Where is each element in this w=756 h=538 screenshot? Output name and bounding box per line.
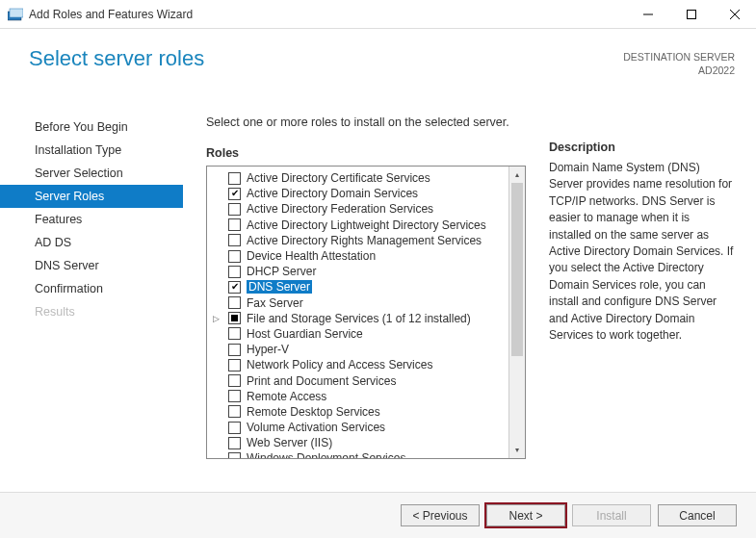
role-label: Remote Access bbox=[247, 390, 326, 403]
role-checkbox[interactable] bbox=[228, 374, 241, 387]
role-checkbox[interactable] bbox=[228, 359, 241, 371]
role-row[interactable]: Active Directory Federation Services bbox=[207, 201, 508, 217]
role-row[interactable]: ▷File and Storage Services (1 of 12 inst… bbox=[207, 311, 508, 326]
role-label: Print and Document Services bbox=[247, 374, 396, 388]
role-checkbox[interactable] bbox=[228, 390, 241, 402]
description-text: Domain Name System (DNS) Server provides… bbox=[549, 160, 735, 344]
role-row[interactable]: Active Directory Domain Services bbox=[207, 186, 508, 201]
role-label: Active Directory Federation Services bbox=[247, 202, 433, 216]
role-checkbox[interactable] bbox=[228, 327, 241, 340]
role-label: Remote Desktop Services bbox=[247, 405, 380, 419]
role-row[interactable]: Hyper-V bbox=[207, 342, 508, 357]
sidebar-step-before-you-begin[interactable]: Before You Begin bbox=[0, 115, 183, 139]
sidebar-step-results: Results bbox=[0, 300, 183, 323]
role-row[interactable]: Remote Desktop Services bbox=[207, 404, 508, 420]
role-row[interactable]: Network Policy and Access Services bbox=[207, 357, 508, 372]
role-row[interactable]: Host Guardian Service bbox=[207, 326, 508, 342]
role-row[interactable]: Print and Document Services bbox=[207, 372, 508, 388]
sidebar-step-server-selection[interactable]: Server Selection bbox=[0, 162, 183, 185]
role-label: Device Health Attestation bbox=[247, 249, 376, 263]
role-row[interactable]: Device Health Attestation bbox=[207, 248, 508, 264]
role-label: Network Policy and Access Services bbox=[247, 358, 432, 371]
maximize-button[interactable] bbox=[669, 0, 713, 28]
sidebar-step-confirmation[interactable]: Confirmation bbox=[0, 277, 183, 300]
role-checkbox[interactable] bbox=[228, 296, 241, 309]
role-row[interactable]: Active Directory Lightweight Directory S… bbox=[207, 218, 508, 233]
wizard-steps-sidebar: Before You BeginInstallation TypeServer … bbox=[0, 115, 183, 472]
role-row[interactable]: Windows Deployment Services bbox=[207, 450, 508, 458]
role-row[interactable]: Active Directory Certificate Services bbox=[207, 170, 508, 186]
role-label: Web Server (IIS) bbox=[247, 436, 332, 449]
next-button[interactable]: Next > bbox=[486, 504, 565, 526]
sidebar-step-ad-ds[interactable]: AD DS bbox=[0, 231, 183, 254]
scroll-thumb[interactable] bbox=[511, 183, 523, 356]
sidebar-step-features[interactable]: Features bbox=[0, 208, 183, 231]
destination-server-block: DESTINATION SERVER AD2022 bbox=[623, 50, 735, 77]
role-checkbox[interactable] bbox=[228, 437, 241, 449]
role-label: Active Directory Rights Management Servi… bbox=[247, 234, 482, 247]
role-label: Host Guardian Service bbox=[247, 327, 363, 341]
role-label: Windows Deployment Services bbox=[247, 451, 405, 458]
description-heading: Description bbox=[549, 141, 735, 154]
role-row[interactable]: Remote Access bbox=[207, 389, 508, 404]
window-title: Add Roles and Features Wizard bbox=[29, 8, 626, 21]
role-checkbox[interactable] bbox=[228, 188, 241, 200]
role-checkbox[interactable] bbox=[228, 405, 241, 418]
role-checkbox[interactable] bbox=[228, 281, 241, 294]
roles-scrollbar[interactable]: ▴ ▾ bbox=[508, 167, 525, 458]
title-bar: Add Roles and Features Wizard bbox=[0, 0, 756, 29]
role-checkbox[interactable] bbox=[228, 452, 241, 458]
role-checkbox[interactable] bbox=[228, 172, 241, 185]
role-checkbox[interactable] bbox=[228, 422, 241, 434]
sidebar-step-dns-server[interactable]: DNS Server bbox=[0, 254, 183, 277]
role-checkbox[interactable] bbox=[228, 344, 241, 356]
previous-button[interactable]: < Previous bbox=[401, 504, 480, 526]
minimize-button[interactable] bbox=[626, 0, 669, 28]
svg-rect-1 bbox=[10, 9, 23, 17]
app-icon bbox=[8, 8, 23, 21]
role-checkbox[interactable] bbox=[228, 218, 241, 231]
role-label: Active Directory Domain Services bbox=[247, 187, 418, 200]
role-label: Active Directory Lightweight Directory S… bbox=[247, 218, 486, 232]
instruction-text: Select one or more roles to install on t… bbox=[206, 115, 526, 129]
role-row[interactable]: Active Directory Rights Management Servi… bbox=[207, 233, 508, 248]
role-checkbox[interactable] bbox=[228, 234, 241, 246]
role-label: DHCP Server bbox=[247, 265, 316, 278]
destination-label: DESTINATION SERVER bbox=[623, 50, 735, 64]
role-label: Fax Server bbox=[247, 296, 303, 310]
scroll-up-button[interactable]: ▴ bbox=[509, 167, 525, 183]
role-row[interactable]: DNS Server bbox=[207, 279, 508, 295]
scroll-track[interactable] bbox=[509, 183, 525, 442]
roles-list: Active Directory Certificate ServicesAct… bbox=[207, 167, 508, 458]
roles-list-box: Active Directory Certificate ServicesAct… bbox=[206, 166, 526, 459]
install-button: Install bbox=[572, 504, 651, 526]
role-label: DNS Server bbox=[247, 280, 312, 294]
role-label: Active Directory Certificate Services bbox=[247, 171, 430, 185]
role-checkbox[interactable] bbox=[228, 312, 241, 324]
cancel-button[interactable]: Cancel bbox=[658, 504, 737, 526]
role-row[interactable]: DHCP Server bbox=[207, 264, 508, 279]
role-row[interactable]: Fax Server bbox=[207, 295, 508, 311]
role-checkbox[interactable] bbox=[228, 266, 241, 278]
role-row[interactable]: Web Server (IIS) bbox=[207, 435, 508, 450]
footer-bar: < Previous Next > Install Cancel bbox=[0, 492, 756, 538]
role-checkbox[interactable] bbox=[228, 203, 241, 216]
role-checkbox[interactable] bbox=[228, 250, 241, 263]
scroll-down-button[interactable]: ▾ bbox=[509, 442, 525, 458]
sidebar-step-server-roles[interactable]: Server Roles bbox=[0, 185, 183, 208]
destination-value: AD2022 bbox=[623, 64, 735, 77]
role-label: File and Storage Services (1 of 12 insta… bbox=[247, 312, 471, 325]
header: Select server roles DESTINATION SERVER A… bbox=[0, 29, 756, 115]
role-label: Hyper-V bbox=[247, 343, 289, 356]
role-row[interactable]: Volume Activation Services bbox=[207, 420, 508, 435]
sidebar-step-installation-type[interactable]: Installation Type bbox=[0, 139, 183, 162]
svg-rect-3 bbox=[687, 10, 695, 18]
roles-heading: Roles bbox=[206, 146, 526, 160]
close-button[interactable] bbox=[713, 0, 756, 28]
role-label: Volume Activation Services bbox=[247, 421, 385, 434]
expand-icon[interactable]: ▷ bbox=[213, 314, 220, 323]
